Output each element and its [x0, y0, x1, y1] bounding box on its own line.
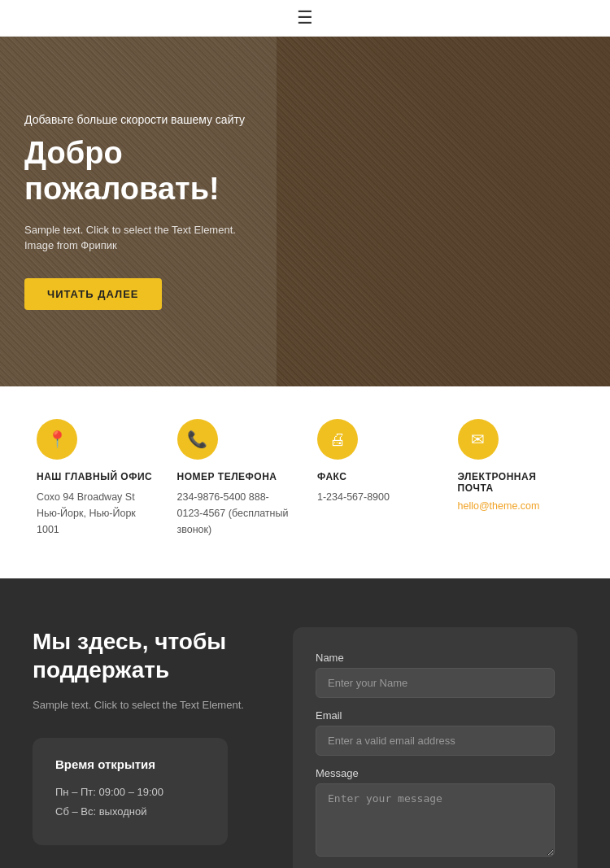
header: ☰ — [0, 0, 610, 37]
hero-section: Добавьте больше скорости вашему сайту До… — [0, 37, 610, 386]
email-icon: ✉ — [458, 419, 499, 460]
map-icon: 📍 — [37, 419, 77, 460]
hero-subtitle: Добавьте больше скорости вашему сайту — [24, 113, 252, 126]
contact-item-phone: 📞 НОМЕР ТЕЛЕФОНА 234-9876-5400 888-0123-… — [165, 419, 306, 538]
name-field-group: Name — [316, 652, 555, 698]
name-label: Name — [316, 652, 555, 664]
fax-text: 1-234-567-8900 — [317, 489, 390, 505]
phone-text: 234-9876-5400 888-0123-4567 (бесплатный … — [177, 489, 294, 538]
hero-title: Добро пожаловать! — [24, 136, 252, 207]
contact-strip: 📍 НАШ ГЛАВНЫЙ ОФИС Сохо 94 Broadway St Н… — [0, 386, 610, 578]
hours-title: Время открытия — [55, 757, 205, 771]
message-textarea[interactable] — [316, 783, 555, 857]
hours-box: Время открытия Пн – Пт: 09:00 – 19:00 Сб… — [33, 738, 228, 845]
email-field-group: Email — [316, 709, 555, 756]
menu-icon[interactable]: ☰ — [297, 7, 313, 28]
contact-item-fax: 🖨 ФАКС 1-234-567-8900 — [305, 419, 446, 538]
hero-content: Добавьте больше скорости вашему сайту До… — [0, 37, 277, 386]
read-more-button[interactable]: ЧИТАТЬ ДАЛЕЕ — [24, 278, 162, 310]
office-text: Сохо 94 Broadway St Нью-Йорк, Нью-Йорк 1… — [37, 489, 153, 538]
email-title: ЭЛЕКТРОННАЯ ПОЧТА — [458, 471, 574, 494]
bottom-title: Мы здесь, чтобы поддержать — [33, 627, 260, 684]
contact-item-email: ✉ ЭЛЕКТРОННАЯ ПОЧТА hello@theme.com — [446, 419, 586, 538]
message-label: Message — [316, 767, 555, 779]
fax-icon: 🖨 — [317, 419, 358, 460]
email-label: Email — [316, 709, 555, 722]
email-input[interactable] — [316, 726, 555, 756]
phone-title: НОМЕР ТЕЛЕФОНА — [177, 471, 277, 482]
bottom-grid: Мы здесь, чтобы поддержать Sample text. … — [33, 627, 577, 868]
bottom-left: Мы здесь, чтобы поддержать Sample text. … — [33, 627, 260, 845]
message-field-group: Message — [316, 767, 555, 860]
fax-title: ФАКС — [317, 471, 346, 482]
email-link[interactable]: hello@theme.com — [458, 500, 540, 512]
bottom-section: Мы здесь, чтобы поддержать Sample text. … — [0, 578, 610, 868]
contact-form: Name Email Message Представлять на рассм… — [293, 627, 577, 868]
hero-description: Sample text. Click to select the Text El… — [24, 222, 252, 254]
office-title: НАШ ГЛАВНЫЙ ОФИС — [37, 471, 152, 482]
phone-icon: 📞 — [177, 419, 218, 460]
hours-weekday: Пн – Пт: 09:00 – 19:00 Сб – Вс: выходной — [55, 783, 205, 822]
name-input[interactable] — [316, 668, 555, 698]
bottom-desc: Sample text. Click to select the Text El… — [33, 697, 260, 713]
contact-item-office: 📍 НАШ ГЛАВНЫЙ ОФИС Сохо 94 Broadway St Н… — [24, 419, 165, 538]
